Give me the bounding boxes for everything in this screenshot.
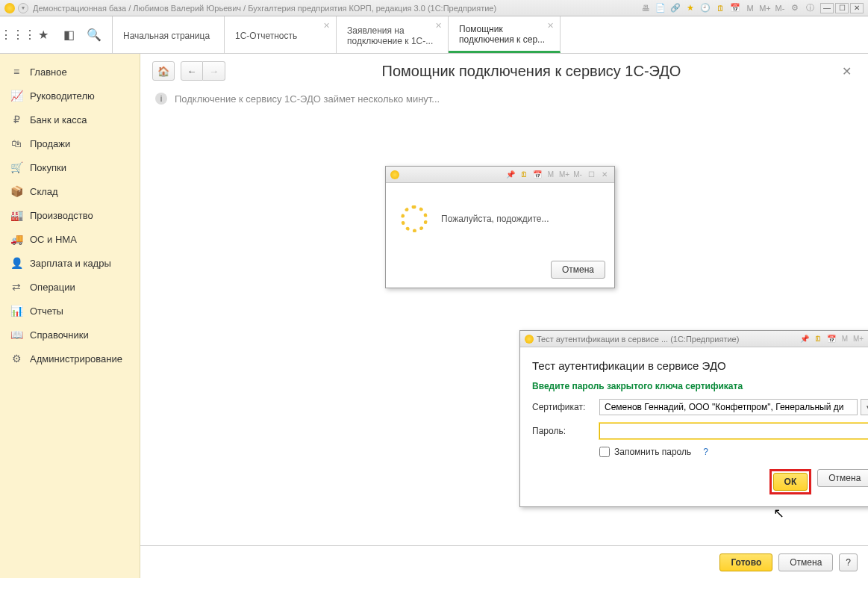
sidebar-item-admin[interactable]: ⚙Администрирование bbox=[0, 347, 140, 370]
sidebar-item-hr[interactable]: 👤Зарплата и кадры bbox=[0, 251, 140, 275]
info-icon: i bbox=[155, 93, 167, 105]
sidebar-item-purchases[interactable]: 🛒Покупки bbox=[0, 155, 140, 179]
forward-button[interactable]: → bbox=[203, 61, 225, 81]
sidebar-item-operations[interactable]: ⇄Операции bbox=[0, 275, 140, 299]
history-icon[interactable]: 🕘 bbox=[699, 2, 711, 14]
footer-help-button[interactable]: ? bbox=[839, 553, 858, 571]
cert-dropdown-button[interactable]: ▾ bbox=[861, 399, 868, 415]
home-button[interactable]: 🏠 bbox=[152, 61, 175, 81]
app-menu-dropdown[interactable]: ▾ bbox=[18, 3, 28, 13]
sidebar-item-label: Продажи bbox=[30, 138, 70, 149]
factory-icon: 🏭 bbox=[10, 209, 22, 221]
sections-icon[interactable]: ◧ bbox=[61, 28, 76, 43]
cursor-icon: ↖ bbox=[773, 505, 784, 521]
tab-bar: ⋮⋮⋮ ★ ◧ 🔍 Начальная страница 1С-Отчетнос… bbox=[0, 16, 868, 54]
pin-icon[interactable]: 📌 bbox=[505, 170, 516, 180]
tab-label: подключение к 1С-... bbox=[347, 36, 437, 46]
close-button[interactable]: ✕ bbox=[850, 3, 864, 13]
calendar-icon[interactable]: 📅 bbox=[729, 2, 741, 14]
tb-icon[interactable]: 🔗 bbox=[669, 2, 681, 14]
remember-help-link[interactable]: ? bbox=[703, 447, 708, 457]
tabs: Начальная страница 1С-Отчетность✕ Заявле… bbox=[113, 16, 868, 53]
dialog-max-icon[interactable]: ☐ bbox=[586, 170, 596, 180]
tab-label: подключения к сер... bbox=[459, 34, 549, 45]
remember-checkbox[interactable] bbox=[599, 447, 610, 457]
wait-cancel-button[interactable]: Отмена bbox=[551, 261, 605, 279]
tab-label: Помощник bbox=[459, 24, 549, 34]
auth-dialog-titlebar[interactable]: Тест аутентификации в сервисе ... (1С:Пр… bbox=[520, 331, 868, 347]
ok-highlight: ОК bbox=[769, 469, 812, 494]
tab-reporting[interactable]: 1С-Отчетность✕ bbox=[225, 16, 337, 53]
star-icon[interactable]: ★ bbox=[36, 28, 51, 43]
sidebar-item-label: Покупки bbox=[30, 162, 66, 173]
done-button[interactable]: Готово bbox=[719, 553, 772, 571]
gear-icon: ⚙ bbox=[10, 353, 22, 365]
sidebar-item-production[interactable]: 🏭Производство bbox=[0, 203, 140, 227]
dialog-close-icon[interactable]: ✕ bbox=[599, 170, 610, 180]
sidebar-item-warehouse[interactable]: 📦Склад bbox=[0, 179, 140, 203]
favorite-icon[interactable]: ★ bbox=[684, 2, 696, 14]
calculator-icon[interactable]: 🗓 bbox=[714, 2, 726, 14]
auth-footer: ОК Отмена ? bbox=[532, 469, 868, 494]
calendar-icon[interactable]: 📅 bbox=[826, 334, 837, 344]
minimize-button[interactable]: — bbox=[820, 3, 834, 13]
info-icon[interactable]: ⓘ bbox=[804, 2, 816, 14]
page-close-button[interactable]: ✕ bbox=[837, 64, 856, 78]
search-icon[interactable]: 🔍 bbox=[87, 28, 102, 43]
settings-icon[interactable]: ⚙ bbox=[789, 2, 801, 14]
tb-icon[interactable]: 🖶 bbox=[640, 2, 652, 14]
sidebar-item-assets[interactable]: 🚚ОС и НМА bbox=[0, 227, 140, 251]
tab-start-page[interactable]: Начальная страница bbox=[113, 16, 225, 53]
sidebar-item-sales[interactable]: 🛍Продажи bbox=[0, 131, 140, 155]
maximize-button[interactable]: ☐ bbox=[835, 3, 849, 13]
truck-icon: 🚚 bbox=[10, 233, 22, 245]
cert-row: Сертификат: ▾ ↗ bbox=[532, 399, 868, 415]
tab-applications[interactable]: Заявления наподключение к 1С-...✕ bbox=[337, 16, 449, 53]
tab-label: Заявления на bbox=[347, 25, 437, 36]
m-icon[interactable]: M bbox=[546, 170, 556, 180]
m-plus-icon[interactable]: M+ bbox=[759, 2, 771, 14]
bag-icon: 🛍 bbox=[10, 137, 22, 149]
m-minus-icon[interactable]: M- bbox=[774, 2, 786, 14]
app-logo-icon bbox=[4, 3, 15, 13]
back-button[interactable]: ← bbox=[181, 61, 203, 81]
auth-cancel-button[interactable]: Отмена bbox=[817, 469, 868, 487]
cert-field[interactable] bbox=[599, 399, 858, 415]
tab-close-icon[interactable]: ✕ bbox=[323, 21, 330, 31]
sidebar-item-label: Отчеты bbox=[30, 306, 63, 317]
sidebar-item-manager[interactable]: 📈Руководителю bbox=[0, 84, 140, 108]
auth-window-title: Тест аутентификации в сервисе ... (1С:Пр… bbox=[537, 335, 739, 344]
m-plus-icon[interactable]: M+ bbox=[559, 170, 569, 180]
wait-body: Пожалуйста, подождите... bbox=[386, 183, 614, 255]
sidebar-item-bank[interactable]: ₽Банк и касса bbox=[0, 108, 140, 131]
dialog-logo-icon bbox=[390, 170, 399, 179]
wait-dialog-titlebar[interactable]: 📌 🗓 📅 M M+ M- ☐ ✕ bbox=[386, 167, 614, 183]
book-icon: 📖 bbox=[10, 329, 22, 341]
ok-button[interactable]: ОК bbox=[773, 473, 808, 491]
tab-assistant[interactable]: Помощникподключения к сер...✕ bbox=[449, 16, 561, 53]
m-icon[interactable]: M bbox=[840, 334, 850, 344]
tab-close-icon[interactable]: ✕ bbox=[547, 21, 554, 31]
sidebar-item-directories[interactable]: 📖Справочники bbox=[0, 323, 140, 347]
m-icon[interactable]: M bbox=[744, 2, 756, 14]
cert-label: Сертификат: bbox=[532, 402, 599, 412]
content-header: 🏠 ← → Помощник подключения к сервису 1С-… bbox=[140, 54, 868, 84]
tb-icon[interactable]: 📄 bbox=[655, 2, 666, 14]
m-plus-icon[interactable]: M+ bbox=[853, 334, 864, 344]
calc-icon[interactable]: 🗓 bbox=[813, 334, 823, 344]
sidebar-item-reports[interactable]: 📊Отчеты bbox=[0, 299, 140, 323]
sidebar-item-label: Производство bbox=[30, 210, 93, 221]
apps-icon[interactable]: ⋮⋮⋮ bbox=[10, 28, 25, 43]
pin-icon[interactable]: 📌 bbox=[799, 334, 810, 344]
sidebar-item-label: Зарплата и кадры bbox=[30, 258, 111, 269]
calendar-icon[interactable]: 📅 bbox=[532, 170, 543, 180]
sidebar-item-main[interactable]: ≡Главное bbox=[0, 60, 140, 84]
cart-icon: 🛒 bbox=[10, 161, 22, 173]
password-field[interactable] bbox=[599, 423, 868, 439]
footer-cancel-button[interactable]: Отмена bbox=[778, 553, 833, 571]
m-minus-icon[interactable]: M- bbox=[572, 170, 583, 180]
box-icon: 📦 bbox=[10, 185, 22, 197]
calc-icon[interactable]: 🗓 bbox=[519, 170, 529, 180]
auth-heading: Тест аутентификации в сервисе ЭДО bbox=[532, 359, 868, 372]
tab-close-icon[interactable]: ✕ bbox=[435, 21, 442, 31]
